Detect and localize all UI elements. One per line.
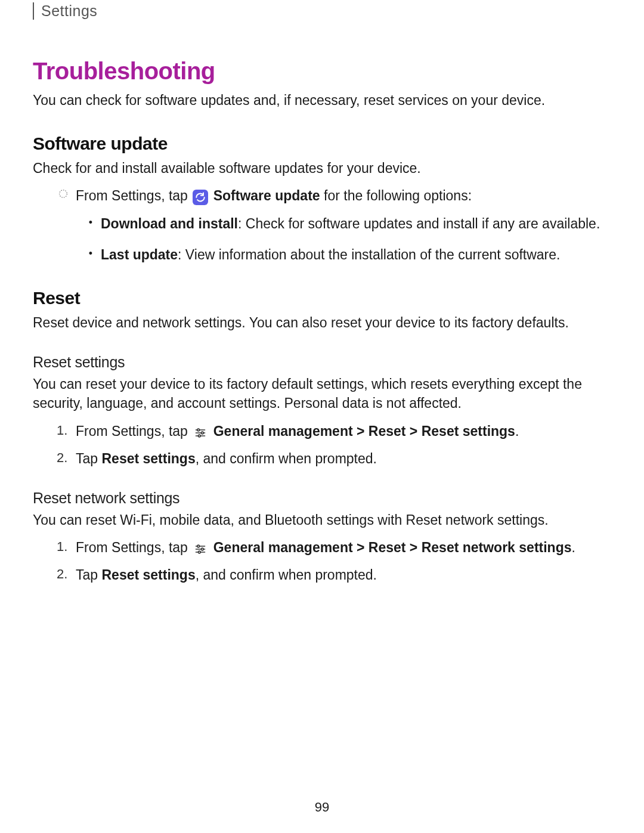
step-text: Tap Reset settings, and confirm when pro… — [76, 565, 611, 584]
step-suffix: for the following options: — [320, 188, 472, 203]
software-update-step: From Settings, tap Software update for t… — [33, 186, 611, 205]
step-bold: General management > Reset > Reset setti… — [213, 423, 515, 439]
bullet-bold: Last update — [101, 247, 178, 262]
step-prefix: From Settings, tap — [76, 540, 191, 555]
step-text: From Settings, tap General management > … — [76, 538, 611, 557]
list-item: 1. From Settings, tap General management… — [33, 422, 611, 441]
reset-settings-heading: Reset settings — [33, 354, 611, 371]
step-number: 1. — [57, 538, 70, 556]
svg-point-2 — [197, 429, 200, 431]
reset-network-heading: Reset network settings — [33, 490, 611, 507]
svg-point-4 — [202, 432, 204, 434]
bullet-icon: • — [86, 245, 95, 262]
list-item: • Download and install: Check for softwa… — [86, 214, 611, 233]
reset-settings-desc: You can reset your device to its factory… — [33, 374, 611, 413]
bullet-text: Download and install: Check for software… — [101, 214, 611, 233]
step-suffix: . — [571, 540, 575, 555]
list-item: 2. Tap Reset settings, and confirm when … — [33, 565, 611, 584]
svg-point-12 — [199, 551, 201, 553]
step-suffix: . — [515, 423, 519, 439]
intro-text: You can check for software updates and, … — [33, 91, 611, 110]
step-number: 2. — [57, 565, 70, 584]
reset-network-desc: You can reset Wi-Fi, mobile data, and Bl… — [33, 510, 611, 529]
list-item: 2. Tap Reset settings, and confirm when … — [33, 449, 611, 468]
refresh-icon — [193, 190, 208, 205]
software-update-heading: Software update — [33, 134, 611, 154]
step-prefix: Tap — [76, 567, 101, 583]
document-page: Settings Troubleshooting You can check f… — [0, 2, 644, 584]
svg-point-8 — [197, 545, 200, 547]
list-item: • Last update: View information about th… — [86, 245, 611, 264]
software-update-bullets: • Download and install: Check for softwa… — [33, 214, 611, 264]
step-text: Tap Reset settings, and confirm when pro… — [76, 449, 611, 468]
step-text: From Settings, tap General management > … — [76, 422, 611, 441]
step-number: 1. — [57, 422, 70, 440]
bullet-rest: : View information about the installatio… — [178, 247, 560, 262]
step-suffix: , and confirm when prompted. — [196, 451, 377, 466]
bullet-rest: : Check for software updates and install… — [238, 216, 600, 231]
reset-heading: Reset — [33, 288, 611, 308]
step-bold: General management > Reset > Reset netwo… — [213, 540, 572, 555]
page-title: Troubleshooting — [33, 58, 611, 85]
step-suffix: , and confirm when prompted. — [196, 567, 377, 583]
bullet-text: Last update: View information about the … — [101, 245, 611, 264]
step-prefix: From Settings, tap — [76, 423, 191, 439]
list-item: 1. From Settings, tap General management… — [33, 538, 611, 557]
step-number: 2. — [57, 449, 70, 467]
svg-point-0 — [60, 190, 67, 198]
page-number: 99 — [0, 800, 644, 815]
bullet-icon: • — [86, 214, 95, 231]
sliders-icon — [193, 541, 208, 557]
svg-point-10 — [202, 548, 204, 550]
svg-point-6 — [199, 435, 201, 437]
step-prefix: From Settings, tap — [76, 188, 191, 203]
dotted-circle-icon — [57, 186, 70, 205]
sliders-icon — [193, 425, 208, 441]
software-update-desc: Check for and install available software… — [33, 159, 611, 178]
reset-desc: Reset device and network settings. You c… — [33, 313, 611, 332]
breadcrumb: Settings — [33, 2, 611, 20]
bullet-bold: Download and install — [101, 216, 238, 231]
step-bold: Software update — [213, 188, 320, 203]
software-update-step-text: From Settings, tap Software update for t… — [76, 186, 611, 205]
step-bold: Reset settings — [101, 451, 195, 466]
step-bold: Reset settings — [101, 567, 195, 583]
step-prefix: Tap — [76, 451, 101, 466]
